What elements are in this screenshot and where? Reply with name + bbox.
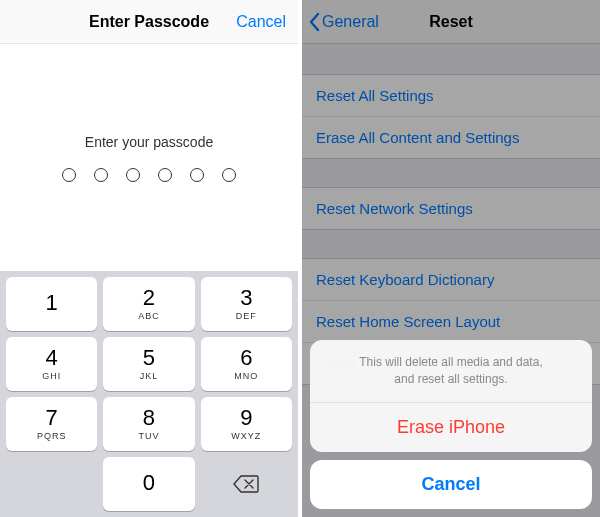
key-7[interactable]: 7 PQRS (6, 397, 97, 451)
key-letters: WXYZ (231, 431, 261, 441)
reset-screen: General Reset Reset All Settings Erase A… (302, 0, 600, 517)
passcode-body: Enter your passcode (0, 44, 298, 271)
passcode-dot (190, 168, 204, 182)
key-letters: MNO (234, 371, 258, 381)
passcode-dot (222, 168, 236, 182)
action-sheet-message-line: and reset all settings. (330, 371, 572, 388)
passcode-dot (62, 168, 76, 182)
cancel-button[interactable]: Cancel (236, 0, 286, 44)
key-number: 9 (240, 407, 252, 429)
key-letters: ABC (138, 311, 160, 321)
key-number: 8 (143, 407, 155, 429)
passcode-screen: Enter Passcode Cancel Enter your passcod… (0, 0, 298, 517)
passcode-dot (158, 168, 172, 182)
key-number: 1 (46, 292, 58, 314)
action-sheet-message: This will delete all media and data, and… (310, 340, 592, 402)
passcode-dot (94, 168, 108, 182)
key-backspace[interactable] (201, 457, 292, 511)
key-number: 5 (143, 347, 155, 369)
key-6[interactable]: 6 MNO (201, 337, 292, 391)
key-number: 2 (143, 287, 155, 309)
erase-iphone-button[interactable]: Erase iPhone (310, 402, 592, 452)
key-1[interactable]: 1 (6, 277, 97, 331)
key-number: 3 (240, 287, 252, 309)
passcode-title: Enter Passcode (89, 13, 209, 31)
key-3[interactable]: 3 DEF (201, 277, 292, 331)
key-5[interactable]: 5 JKL (103, 337, 194, 391)
key-blank (6, 457, 97, 511)
key-letters: TUV (138, 431, 159, 441)
key-8[interactable]: 8 TUV (103, 397, 194, 451)
key-letters: GHI (42, 371, 61, 381)
key-letters: PQRS (37, 431, 67, 441)
key-0[interactable]: 0 (103, 457, 194, 511)
backspace-icon (233, 474, 259, 494)
passcode-dot (126, 168, 140, 182)
key-letters: JKL (140, 371, 159, 381)
action-sheet-block: This will delete all media and data, and… (310, 340, 592, 452)
action-sheet: This will delete all media and data, and… (310, 340, 592, 509)
passcode-header: Enter Passcode Cancel (0, 0, 298, 44)
key-4[interactable]: 4 GHI (6, 337, 97, 391)
action-sheet-message-line: This will delete all media and data, (330, 354, 572, 371)
key-2[interactable]: 2 ABC (103, 277, 194, 331)
passcode-dots (62, 168, 236, 182)
key-number: 4 (46, 347, 58, 369)
key-number: 0 (143, 472, 155, 494)
key-letters: DEF (236, 311, 257, 321)
key-number: 7 (46, 407, 58, 429)
key-number: 6 (240, 347, 252, 369)
action-sheet-cancel-button[interactable]: Cancel (310, 460, 592, 509)
passcode-prompt: Enter your passcode (85, 134, 213, 150)
key-9[interactable]: 9 WXYZ (201, 397, 292, 451)
number-keypad: 1 2 ABC 3 DEF 4 GHI 5 JKL 6 MNO 7 PQRS 8 (0, 271, 298, 517)
